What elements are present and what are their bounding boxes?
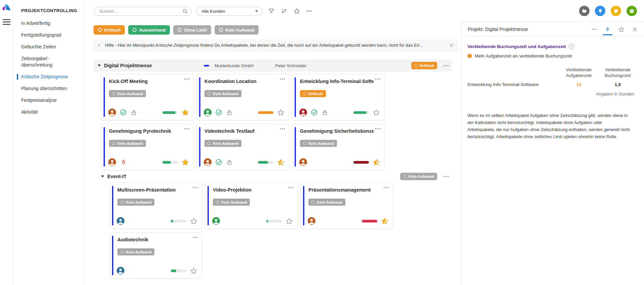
filter-chip-label: Ohne Limit [184,28,207,33]
done-check-icon [311,109,318,116]
done-check-icon [215,159,222,166]
status-pill: Kein Aufwand [308,199,345,206]
work-package-title: Koordination Location [204,79,278,84]
client-name: Musterkunde GmbH [215,63,254,68]
collapse-caret-icon[interactable] [98,65,101,67]
time-table: Verbleibende Aufgabenzeit Verbleibende B… [467,67,638,96]
work-package-card[interactable]: Koordination LocationKein Aufwand [196,74,289,120]
work-package-title: Audiotechnik [117,237,191,242]
status-ring-icon [112,142,115,145]
pin-icon[interactable] [605,27,610,32]
collapse-caret-icon[interactable] [101,175,104,177]
card-menu-icon[interactable] [375,128,381,129]
sidebar-item-in-arbeit-fertig[interactable]: In Arbeit/fertig [21,20,72,27]
status-pill: Kritisch [300,90,326,97]
sidebar-item-planung-berschritten[interactable]: Planung überschritten [21,85,72,92]
assignee-avatar [204,158,212,166]
panel-more-icon[interactable] [592,29,597,30]
assignee-avatar [108,158,116,166]
banner-close-icon[interactable] [446,43,454,47]
favorite-star-icon[interactable] [277,159,285,166]
work-package-card[interactable]: PräsentationsmanagementKein Aufwand [300,182,393,229]
favorite-star-icon[interactable] [277,109,285,116]
panel-close-icon[interactable] [632,27,637,32]
status-pill: Kein Aufwand [204,140,241,147]
sidebar-item-gebuchte-zeiten[interactable]: Gebuchte Zeiten [21,44,72,50]
work-package-card[interactable]: AudiotechnikKein Aufwand [109,232,202,279]
pin-active-indicator [603,34,612,35]
group-menu-icon[interactable] [444,176,449,177]
customer-filter-value: Alle Kunden [201,9,225,14]
help-question-icon[interactable]: ? [569,44,574,49]
filter-chip-ohne-limit[interactable]: Ohne Limit [173,25,211,35]
work-package-title: Genehmigung Sicherheitskonzept [300,128,374,134]
app-logo-icon[interactable] [1,3,12,13]
work-package-card[interactable]: Videotechnik TestlaufKein Aufwand [196,124,289,170]
expand-chevron-icon[interactable]: › [98,42,100,48]
person-icon [308,217,315,225]
favorite-star-icon[interactable] [182,159,189,166]
group-header: Event-ITKein Aufwand [93,172,452,180]
work-package-card[interactable]: Multiscreen-PräsentationKein Aufwand [109,182,202,229]
card-menu-icon[interactable] [184,128,190,129]
card-menu-icon[interactable] [288,187,294,188]
filter-chip-ausreichend[interactable]: Ausreichend [128,25,170,35]
favorite-star-icon[interactable] [182,109,189,116]
card-menu-icon[interactable] [280,78,285,80]
person-icon [204,158,212,166]
time-tracking-button[interactable] [627,6,637,16]
search-icon[interactable] [182,8,188,14]
project-color-stripe [104,127,105,167]
status-ring-icon [207,92,211,95]
work-package-card[interactable]: Entwicklung Info-Terminal-SoftwareKritis… [292,74,385,120]
panel-favorite-star-icon[interactable] [618,26,624,33]
done-check-icon [120,109,127,116]
search-input[interactable] [99,8,182,14]
card-menu-icon[interactable] [384,187,389,188]
search-box[interactable] [93,7,192,16]
favorites-star-icon[interactable] [294,8,300,14]
status-pill-label: Kein Aufwand [126,200,151,204]
sidebar-item-label: Planung überschritten [21,86,67,91]
status-pill-label: Kein Aufwand [126,250,151,254]
card-menu-icon[interactable] [375,78,381,80]
sidebar-item-zeitvorgabe-berschreitung[interactable]: Zeitvorgabe/-überschreitung [21,55,72,68]
card-menu-icon[interactable] [193,237,198,238]
favorite-star-icon[interactable] [381,217,388,225]
funnel-filter-icon[interactable] [268,8,275,14]
filter-chip-kein-aufwand[interactable]: Kein Aufwand [215,25,259,35]
person-icon [299,158,307,166]
sidebar-item-festpreisanalyse[interactable]: Festpreisanalyse [21,97,72,104]
sort-icon[interactable] [281,8,288,14]
card-menu-icon[interactable] [193,187,198,188]
sidebar-item-aktivit-t[interactable]: Aktivität [21,109,72,115]
favorite-star-icon[interactable] [373,159,380,166]
notifications-button[interactable] [595,6,605,16]
work-package-card[interactable]: Video-ProjektionKein Aufwand [205,182,298,229]
notes-button[interactable] [611,6,621,16]
favorite-star-icon[interactable] [190,267,197,275]
project-color-stripe [112,186,113,226]
work-package-card[interactable]: Genehmigung SicherheitskonzeptKein Aufwa… [292,124,385,170]
customer-filter-dropdown[interactable]: Alle Kunden [196,7,262,16]
card-footer [108,109,189,116]
status-pill-label: Kein Aufwand [213,141,238,146]
folder-button[interactable] [579,6,590,16]
favorite-star-icon[interactable] [286,217,293,225]
menu-hamburger-icon[interactable] [3,19,10,25]
more-options-icon[interactable] [306,10,312,12]
status-ring-icon [311,201,315,204]
work-package-card[interactable]: Kick-Off MeetingKein Aufwand [101,74,194,120]
filter-chip-kritisch[interactable]: Kritisch [93,25,125,35]
sidebar-item-kritische-zeitprognose[interactable]: Kritische Zeitprognose [21,74,72,80]
work-package-card[interactable]: Genehmigung PyrotechnikKein Aufwand [101,124,194,170]
favorite-star-icon[interactable] [373,109,380,116]
group-menu-icon[interactable] [444,65,449,66]
card-menu-icon[interactable] [184,78,190,80]
card-menu-icon[interactable] [280,128,285,129]
panel-header: Projekt: Digital Projektmesse [462,22,644,37]
work-package-title: Multiscreen-Präsentation [117,187,191,193]
status-pill-label: Kein Aufwand [308,141,334,146]
favorite-star-icon[interactable] [190,217,197,225]
sidebar-item-fertigstellungsgrad[interactable]: Fertigstellungsgrad [21,32,72,38]
